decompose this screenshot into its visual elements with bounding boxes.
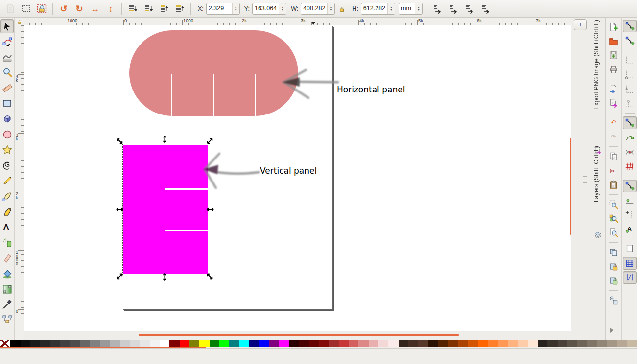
transform-gradient-toggle[interactable] (462, 2, 477, 16)
transform-stroke-toggle[interactable] (430, 2, 445, 16)
duplicate-button[interactable] (607, 246, 620, 258)
color-swatch[interactable] (498, 340, 508, 347)
color-swatch[interactable] (10, 340, 20, 347)
snap-enable-button[interactable] (623, 20, 637, 32)
color-swatch[interactable] (627, 340, 637, 347)
flip-horizontal-button[interactable]: ↔ (88, 2, 102, 16)
snap-guides-button[interactable] (623, 271, 637, 284)
color-swatch[interactable] (259, 340, 269, 347)
color-swatch[interactable] (130, 340, 140, 347)
horizontal-ruler[interactable]: -1000010002k3k4k5k6k7k (24, 18, 571, 26)
color-swatch[interactable] (160, 340, 169, 347)
color-swatch[interactable] (597, 340, 607, 347)
color-swatch[interactable] (508, 340, 518, 347)
color-swatch[interactable] (458, 340, 468, 347)
text-tool[interactable] (0, 220, 14, 234)
new-document-button[interactable] (607, 21, 620, 33)
connector-tool[interactable] (0, 313, 14, 327)
scale-handle-bottom[interactable] (161, 273, 169, 281)
scale-handle-top[interactable] (161, 135, 169, 143)
color-swatch[interactable] (339, 340, 349, 347)
layers-icon[interactable] (594, 231, 602, 239)
snap-path-intersections-button[interactable] (623, 145, 637, 158)
deselect-button[interactable] (3, 2, 18, 16)
dock-resize-grip[interactable] (583, 176, 587, 183)
select-all-layers-button[interactable] (34, 2, 49, 16)
color-swatch[interactable] (448, 340, 458, 347)
lock-ratio-toggle[interactable] (336, 2, 348, 16)
color-swatch[interactable] (189, 340, 199, 347)
color-swatch[interactable] (488, 340, 497, 347)
snap-cusp-nodes-button[interactable] (623, 160, 637, 173)
color-swatch[interactable] (408, 340, 418, 347)
lock-guides-icon[interactable] (17, 19, 22, 24)
snap-bbox-edges-button[interactable] (623, 54, 637, 67)
star-tool[interactable] (0, 143, 14, 157)
color-swatch[interactable] (120, 340, 130, 347)
color-swatch[interactable] (358, 340, 368, 347)
preferences-button[interactable] (607, 294, 620, 306)
color-swatch[interactable] (299, 340, 308, 347)
transform-corners-toggle[interactable] (446, 2, 461, 16)
tweak-tool[interactable] (0, 50, 14, 64)
tab-export-png[interactable]: Export PNG Image (Shift+Ctrl+E) (593, 20, 600, 145)
save-document-button[interactable] (607, 49, 620, 61)
zoom-page-button[interactable] (607, 227, 620, 239)
raise-to-top-button[interactable] (172, 2, 187, 16)
color-swatch[interactable] (428, 340, 438, 347)
color-swatch[interactable] (369, 340, 378, 347)
color-swatch[interactable] (558, 340, 567, 347)
color-swatch[interactable] (567, 340, 577, 347)
color-swatch[interactable] (140, 340, 149, 347)
color-swatch[interactable] (60, 340, 70, 347)
color-swatch[interactable] (80, 340, 90, 347)
raise-button[interactable] (157, 2, 171, 16)
redo-button[interactable]: ↷ (607, 131, 620, 143)
color-swatch[interactable] (438, 340, 448, 347)
color-swatch[interactable] (547, 340, 557, 347)
color-swatch[interactable] (219, 340, 229, 347)
pencil-tool[interactable] (0, 174, 14, 188)
snap-text-baseline-button[interactable] (623, 223, 637, 235)
rectangle-tool[interactable] (0, 96, 14, 111)
zoom-selection-button[interactable] (607, 198, 620, 210)
h-field[interactable]: 612.282▲▼ (361, 3, 395, 15)
annotation-vertical-panel[interactable]: Vertical panel (260, 166, 317, 176)
color-swatch[interactable] (478, 340, 488, 347)
lower-to-bottom-button[interactable] (125, 2, 140, 16)
lower-button[interactable] (141, 2, 156, 16)
swatch-none[interactable] (0, 340, 10, 347)
tab-layers[interactable]: Layers (Shift+Ctrl+L) (593, 146, 600, 229)
color-swatch[interactable] (269, 340, 279, 347)
y-spinner[interactable]: ▲▼ (279, 3, 286, 14)
color-swatch[interactable] (279, 340, 289, 347)
color-swatch[interactable] (150, 340, 160, 347)
print-button[interactable] (607, 63, 620, 75)
x-field[interactable]: 2.329▲▼ (206, 3, 240, 15)
measure-tool[interactable] (0, 81, 14, 95)
color-swatch[interactable] (378, 340, 388, 347)
h-spinner[interactable]: ▲▼ (387, 3, 395, 14)
color-swatch[interactable] (329, 340, 338, 347)
rotate-ccw-button[interactable]: ↺ (56, 2, 71, 16)
import-button[interactable] (607, 83, 620, 95)
zoom-drawing-button[interactable] (607, 212, 620, 225)
color-swatch[interactable] (249, 340, 259, 347)
snap-bounding-box-button[interactable] (623, 34, 637, 47)
color-swatch[interactable] (388, 340, 398, 347)
node-editor-tool[interactable] (0, 35, 14, 49)
paste-button[interactable] (607, 179, 620, 191)
color-swatch[interactable] (110, 340, 119, 347)
color-swatch[interactable] (468, 340, 478, 347)
color-swatch[interactable] (538, 340, 547, 347)
gradient-tool[interactable] (0, 282, 14, 296)
ruler-corner[interactable] (15, 18, 24, 26)
export-button[interactable] (607, 97, 620, 109)
color-swatch[interactable] (289, 340, 299, 347)
spiral-tool[interactable] (0, 158, 14, 172)
color-swatch[interactable] (229, 340, 239, 347)
spray-tool[interactable] (0, 235, 14, 250)
cut-button[interactable] (607, 164, 620, 177)
copy-button[interactable] (607, 150, 620, 162)
dropper-tool[interactable] (0, 297, 14, 312)
